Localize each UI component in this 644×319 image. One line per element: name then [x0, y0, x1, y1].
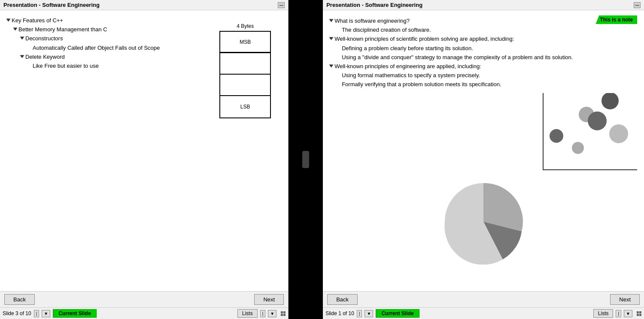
left-current-slide-button[interactable]: Current Slide	[53, 309, 96, 318]
r-outline-text-7: Using formal mathematics to specify a sy…	[342, 72, 480, 79]
r-outline-text-6: Well-known principles of engineering are…	[334, 63, 481, 70]
bytes-label: 4 Bytes	[237, 23, 254, 29]
right-lists-arrow[interactable]: ▼	[624, 310, 632, 317]
right-lists-button[interactable]: Lists	[593, 309, 614, 318]
left-slide-info: Slide 3 of 10	[3, 310, 31, 316]
right-nav-bar: Back Next	[323, 291, 644, 307]
triangle-icon-2	[13, 28, 18, 31]
right-title-bar: Presentation - Software Engineering —	[323, 0, 644, 10]
right-status-bar: Slide 1 of 10 | ▼ Current Slide Lists | …	[323, 307, 644, 319]
right-slide-nav[interactable]: |	[357, 310, 362, 317]
scatter-svg	[544, 93, 638, 170]
right-slide-dropdown[interactable]: ▼	[365, 310, 373, 317]
memory-cell-msb: MSB	[220, 32, 270, 53]
pie-chart-svg	[440, 179, 526, 265]
right-slide-content: This is a note What is software engineer…	[323, 10, 644, 291]
scatter-circle-1	[601, 93, 619, 109]
memory-cell-3	[220, 75, 270, 96]
right-slide-info: Slide 1 of 10	[325, 310, 354, 316]
scatter-circle-3	[588, 111, 607, 130]
r-outline-item-5: Using a "divide and conquer" strategy to…	[337, 54, 637, 61]
divider-handle[interactable]	[302, 151, 309, 168]
left-next-button[interactable]: Next	[254, 294, 284, 305]
right-panel: Presentation - Software Engineering — Th…	[323, 0, 644, 319]
scatter-plot	[543, 93, 637, 170]
outline-text-5: Delete Keyword	[25, 53, 65, 61]
left-status-bar: Slide 3 of 10 | ▼ Current Slide Lists | …	[0, 307, 288, 319]
r-outline-text-8: Formally verifying that a problem soluti…	[342, 81, 501, 88]
pie-chart-container	[440, 179, 526, 265]
triangle-icon-3	[20, 37, 24, 40]
r-outline-text-3: Well-known principles of scientific prob…	[334, 35, 514, 43]
scatter-circle-4	[550, 129, 563, 143]
right-panel-title: Presentation - Software Engineering	[326, 2, 422, 8]
memory-diagram: 4 Bytes MSB LSB	[219, 23, 271, 118]
left-lists-dropdown[interactable]: |	[260, 310, 266, 317]
left-lists-button[interactable]: Lists	[237, 309, 258, 318]
chart-area	[330, 93, 637, 265]
r-outline-item-2: The disciplined creation of software.	[337, 26, 637, 34]
left-slide-dropdown[interactable]: ▼	[42, 310, 50, 317]
triangle-icon-5	[20, 55, 24, 58]
note-badge[interactable]: This is a note	[595, 15, 637, 24]
r-triangle-icon-1	[329, 19, 334, 22]
right-grid-icon	[637, 311, 641, 316]
outline-text-2: Better Memory Management than C	[18, 26, 107, 33]
left-panel: Presentation - Software Engineering — Ke…	[0, 0, 289, 319]
left-slide-nav[interactable]: |	[34, 310, 39, 317]
outline-text-1: Key Features of C++	[12, 17, 63, 24]
scatter-circle-6	[572, 142, 584, 154]
left-slide-content: Key Features of C++ Better Memory Manage…	[0, 10, 288, 291]
r-outline-item-4: Defining a problem clearly before starti…	[337, 45, 637, 52]
left-minimize-button[interactable]: —	[278, 2, 285, 8]
outline-text-3: Deconstructors	[25, 35, 63, 42]
r-outline-item-1: What is software engineering?	[330, 17, 637, 25]
r-outline-item-3: Well-known principles of scientific prob…	[330, 35, 637, 43]
left-back-button[interactable]: Back	[4, 294, 35, 305]
right-minimize-button[interactable]: —	[634, 2, 641, 8]
r-outline-item-7: Using formal mathematics to specify a sy…	[337, 72, 637, 79]
left-nav-bar: Back Next	[0, 291, 288, 307]
left-grid-icon	[281, 311, 286, 316]
triangle-icon-1	[6, 19, 11, 22]
memory-box: MSB LSB	[219, 31, 271, 118]
right-back-button[interactable]: Back	[327, 294, 358, 305]
r-triangle-icon-6	[329, 64, 334, 67]
left-lists-arrow[interactable]: ▼	[268, 310, 276, 317]
r-outline-text-4: Defining a problem clearly before starti…	[342, 45, 473, 52]
r-outline-item-6: Well-known principles of engineering are…	[330, 63, 637, 70]
center-divider	[289, 0, 323, 319]
right-current-slide-button[interactable]: Current Slide	[376, 309, 419, 318]
r-outline-text-1: What is software engineering?	[334, 17, 410, 25]
right-next-button[interactable]: Next	[610, 294, 640, 305]
r-triangle-icon-3	[329, 37, 334, 40]
left-panel-title: Presentation - Software Engineering	[3, 2, 100, 8]
memory-cell-lsb: LSB	[220, 96, 270, 117]
outline-text-4: Automatically Called after Object Falls …	[33, 44, 160, 52]
r-outline-text-2: The disciplined creation of software.	[342, 26, 431, 34]
r-outline-item-8: Formally verifying that a problem soluti…	[337, 81, 637, 88]
left-title-bar: Presentation - Software Engineering —	[0, 0, 288, 10]
outline-text-6: Like Free but easier to use	[33, 62, 99, 70]
right-lists-pipe[interactable]: |	[616, 310, 621, 317]
memory-cell-2	[220, 53, 270, 75]
scatter-circle-5	[609, 124, 628, 143]
r-outline-text-5: Using a "divide and conquer" strategy to…	[342, 54, 573, 61]
